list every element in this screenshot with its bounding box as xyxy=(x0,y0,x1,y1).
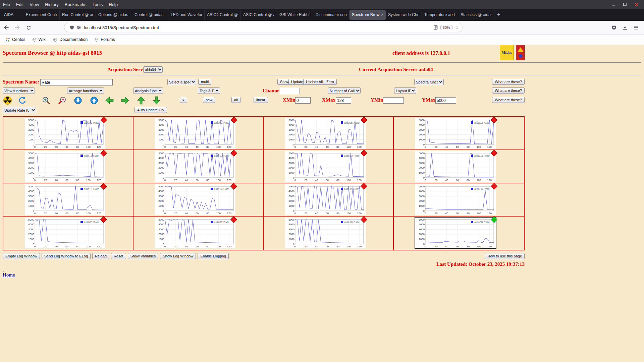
linear-button[interactable]: linear xyxy=(254,97,268,103)
all-button[interactable]: all xyxy=(231,97,240,103)
spectrum-chart-aida08[interactable]: 010002000300040005000020406080100120aida… xyxy=(415,218,496,248)
zoom-out-icon[interactable] xyxy=(57,96,67,105)
number-of-galleries-dropdown[interactable]: Number of Galleries xyxy=(328,87,361,94)
multi-button[interactable]: multi xyxy=(198,79,211,85)
back-button[interactable] xyxy=(2,23,11,32)
arrange-functions-dropdown[interactable]: Arrange functions xyxy=(67,87,104,94)
radiation-icon[interactable] xyxy=(3,96,12,105)
what-are-these-button-3[interactable]: What are these? xyxy=(492,97,525,103)
green-arrow-right-icon[interactable] xyxy=(120,96,129,105)
x-axis-button[interactable]: x xyxy=(180,97,187,103)
sphere-down-icon[interactable] xyxy=(73,96,83,105)
tab-10[interactable]: System wide Che xyxy=(386,10,422,20)
layout-id-dropdown[interactable]: Layout ID=1 xyxy=(394,87,416,94)
tab-11[interactable]: Temperature and xyxy=(422,10,458,20)
url-text[interactable]: localhost:8015/Spectrum/Spectrum.tml xyxy=(84,25,431,30)
download-icon[interactable] xyxy=(620,23,630,32)
menu-view[interactable]: View xyxy=(26,2,42,7)
tab-1[interactable]: Run Control @ ai xyxy=(60,10,96,20)
shield-icon[interactable] xyxy=(69,25,74,30)
spectrum-name-input[interactable] xyxy=(40,79,113,85)
zoom-in-icon[interactable] xyxy=(41,96,51,105)
reload-button[interactable] xyxy=(24,23,33,32)
spectrum-chart-aida11[interactable]: 010002000300040005000020406080100120aida… xyxy=(285,184,366,215)
what-are-these-button-2[interactable]: What are these? xyxy=(492,87,525,94)
spectrum-chart-aida15[interactable]: 010002000300040005000020406080100120aida… xyxy=(25,151,105,182)
spectrum-chart-aida09[interactable]: 010002000300040005000020406080100120aida… xyxy=(25,118,105,149)
bookmark-star-icon[interactable]: ☆ xyxy=(455,24,459,31)
tags-fits-dropdown[interactable]: Tags & Fits xyxy=(198,87,220,94)
footer-button-send-log-window-to-elog[interactable]: Send Log Window to ELog xyxy=(42,253,91,259)
tab-12[interactable]: Statistics @ aidas xyxy=(458,10,494,20)
green-arrow-up-icon[interactable] xyxy=(136,96,146,105)
view-functions-dropdown[interactable]: View functions xyxy=(3,87,35,94)
refresh-icon[interactable] xyxy=(17,96,27,105)
spectrum-chart-aida10[interactable]: 010002000300040005000020406080100120aida… xyxy=(25,184,105,215)
tab-4[interactable]: LED and Wavefor xyxy=(168,10,205,20)
footer-button-reload[interactable]: Reload xyxy=(92,253,109,259)
home-link[interactable]: Home xyxy=(3,272,15,278)
footer-button-enable-logging[interactable]: Enable Logging xyxy=(198,253,228,259)
bookmark-documentation[interactable]: Documentation xyxy=(50,36,91,43)
spectrum-chart-aida14[interactable]: 010002000300040005000020406080100120aida… xyxy=(155,184,235,215)
tab-5[interactable]: ASIC4 Control @ xyxy=(205,10,241,20)
ymin-input[interactable] xyxy=(383,97,404,104)
tab-3[interactable]: Control @ aidas- xyxy=(132,10,168,20)
spectrum-chart-aida04[interactable]: 010002000300040005000020406080100120aida… xyxy=(415,151,496,182)
spectrum-chart-aida13[interactable]: 010002000300040005000020406080100120aida… xyxy=(155,151,235,182)
menu-bookmarks[interactable]: Bookmarks xyxy=(62,2,90,7)
forward-button[interactable] xyxy=(13,23,22,32)
menu-hamburger-icon[interactable] xyxy=(631,23,641,32)
bookmark-forums[interactable]: Forums xyxy=(91,36,118,43)
tab-7[interactable]: GSI White Rabbit xyxy=(277,10,313,20)
menu-history[interactable]: History xyxy=(42,2,61,7)
tab-close-icon[interactable]: × xyxy=(381,12,383,17)
menu-help[interactable]: Help xyxy=(106,2,121,7)
pocket-icon[interactable] xyxy=(609,23,619,32)
footer-button-show-variables[interactable]: Show Variables xyxy=(128,253,159,259)
spectrum-chart-aida06[interactable]: 010002000300040005000020406080100120aida… xyxy=(415,184,496,215)
spectrum-chart-aida07[interactable]: 010002000300040005000020406080100120aida… xyxy=(155,218,235,248)
tab-2[interactable]: Options @ aidas- xyxy=(96,10,132,20)
footer-button-empty-log-window[interactable]: Empty Log Window xyxy=(3,253,40,259)
tab-active-9[interactable]: Spectrum Brow× xyxy=(350,10,386,20)
new-button[interactable]: new xyxy=(203,97,215,103)
zero-button[interactable]: Zero xyxy=(324,79,337,85)
bookmark-centos[interactable]: Centos xyxy=(2,36,29,43)
maximize-icon[interactable] xyxy=(623,2,627,7)
xmax-input[interactable] xyxy=(336,97,351,104)
menu-tools[interactable]: Tools xyxy=(90,2,106,7)
update-all-button[interactable]: Update All xyxy=(303,79,325,85)
minimize-icon[interactable] xyxy=(611,2,616,7)
spectrum-chart-aida01[interactable]: 010002000300040005000020406080100120aida… xyxy=(155,118,235,149)
spectra-functions-dropdown[interactable]: Spectra functions xyxy=(414,79,444,85)
new-tab-button[interactable]: + xyxy=(494,10,503,19)
what-are-these-button-1[interactable]: What are these? xyxy=(492,79,525,85)
menu-edit[interactable]: Edit xyxy=(13,2,26,7)
acquisition-server-select[interactable]: aida04 xyxy=(143,66,163,73)
spectrum-chart-aida16[interactable]: 010002000300040005000020406080100120aida… xyxy=(285,218,366,248)
xmin-input[interactable] xyxy=(295,97,311,104)
close-icon[interactable] xyxy=(634,2,639,7)
green-arrow-left-icon[interactable] xyxy=(105,96,114,105)
auto-update-button[interactable]: Auto Update ON xyxy=(135,107,167,113)
select-spectrum-dropdown[interactable]: Select a spectrum xyxy=(167,79,196,85)
url-bar[interactable]: localhost:8015/Spectrum/Spectrum.tml 80%… xyxy=(64,23,463,32)
bookmark-wiki[interactable]: Wiki xyxy=(29,36,50,43)
tab-8[interactable]: Discriminator con xyxy=(313,10,350,20)
sphere-up-icon[interactable] xyxy=(89,96,99,105)
tab-6[interactable]: ASIC Control @ a xyxy=(241,10,277,20)
spectrum-chart-aida05[interactable]: 010002000300040005000020406080100120aida… xyxy=(285,118,366,149)
spectrum-chart-aida02[interactable]: 010002000300040005000020406080100120aida… xyxy=(415,118,496,149)
green-arrow-down-icon[interactable] xyxy=(152,96,161,105)
menu-file[interactable]: File xyxy=(0,2,13,7)
how-to-use-button[interactable]: How to use this page xyxy=(485,253,525,259)
zoom-level-badge[interactable]: 80% xyxy=(440,25,452,30)
channel-input[interactable] xyxy=(280,88,300,94)
site-settings-icon[interactable] xyxy=(76,25,81,30)
spectrum-chart-aida03[interactable]: 010002000300040005000020406080100120aida… xyxy=(25,218,105,248)
tab-0[interactable]: Experiment Contr xyxy=(23,10,60,20)
spectrum-chart-aida12[interactable]: 010002000300040005000020406080100120aida… xyxy=(285,151,366,182)
analysis-functions-dropdown[interactable]: Analysis functions xyxy=(133,87,163,94)
update-rate-dropdown[interactable]: Update Rate (8 secs) xyxy=(3,107,36,113)
